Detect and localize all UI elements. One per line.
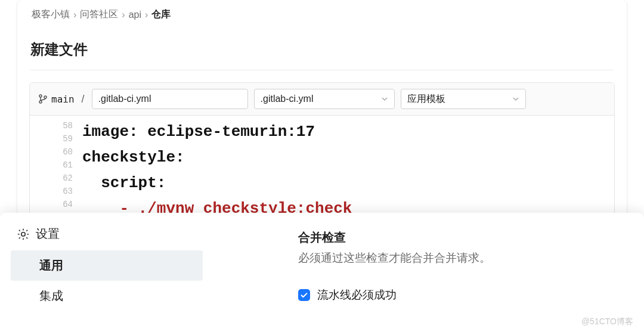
editor-toolbar: main / .gitlab-ci.yml 应用模板 (30, 83, 614, 116)
file-editor-panel: 极客小镇 › 问答社区 › api › 仓库 新建文件 main / (17, 0, 627, 249)
line-number: 60 (30, 145, 73, 159)
line-number: 59 (30, 132, 73, 145)
check-icon (300, 291, 308, 299)
checkbox-checked[interactable] (298, 289, 310, 301)
svg-point-2 (44, 96, 47, 98)
code-line[interactable]: checkstyle: (82, 145, 352, 170)
settings-pane: 合并检查 必须通过这些检查才能合并合并请求。 流水线必须成功 (203, 213, 644, 332)
page-title: 新建文件 (30, 27, 614, 70)
settings-overlay: 设置 通用集成 合并检查 必须通过这些检查才能合并合并请求。 流水线必须成功 (0, 213, 644, 332)
template-selected-label: 应用模板 (407, 93, 445, 106)
line-number: 61 (30, 159, 73, 172)
svg-point-1 (39, 101, 42, 103)
breadcrumb-group[interactable]: 极客小镇 (32, 8, 70, 21)
settings-item-1[interactable]: 集成 (11, 281, 203, 311)
breadcrumb-subproject[interactable]: api (129, 10, 141, 20)
breadcrumb: 极客小镇 › 问答社区 › api › 仓库 (17, 7, 627, 27)
template-select[interactable]: 应用模板 (401, 89, 526, 109)
settings-header[interactable]: 设置 (11, 224, 203, 250)
svg-point-0 (39, 95, 42, 97)
breadcrumb-project[interactable]: 问答社区 (80, 8, 118, 21)
breadcrumb-sep-icon: › (145, 10, 148, 20)
file-type-select[interactable]: .gitlab-ci.yml (254, 89, 395, 109)
gear-icon (17, 228, 30, 241)
breadcrumb-sep-icon: › (73, 10, 76, 20)
settings-item-0[interactable]: 通用 (11, 250, 203, 281)
branch-selector[interactable]: main (38, 94, 75, 105)
branch-name: main (51, 94, 75, 105)
line-number: 63 (30, 185, 73, 198)
pipeline-success-label: 流水线必须成功 (317, 287, 397, 303)
line-number: 64 (30, 198, 73, 211)
breadcrumb-sep-icon: › (122, 10, 125, 20)
path-separator: / (80, 93, 86, 106)
merge-check-title: 合并检查 (298, 229, 620, 246)
merge-check-desc: 必须通过这些检查才能合并合并请求。 (298, 250, 620, 266)
pipeline-success-checkbox-row[interactable]: 流水线必须成功 (298, 287, 620, 303)
chevron-down-icon (381, 95, 388, 103)
line-number: 58 (30, 119, 73, 132)
svg-point-3 (21, 232, 25, 235)
settings-label: 设置 (36, 226, 60, 242)
branch-icon (38, 94, 48, 104)
breadcrumb-current: 仓库 (151, 8, 171, 21)
line-number: 62 (30, 172, 73, 185)
filename-input[interactable] (92, 89, 248, 109)
chevron-down-icon (512, 95, 519, 103)
watermark: @51CTO博客 (581, 317, 633, 327)
code-line[interactable]: image: eclipse-temurin:17 (82, 119, 352, 145)
code-line[interactable]: script: (82, 170, 352, 196)
settings-sidebar: 设置 通用集成 (0, 213, 203, 332)
file-type-selected-label: .gitlab-ci.yml (261, 94, 314, 104)
